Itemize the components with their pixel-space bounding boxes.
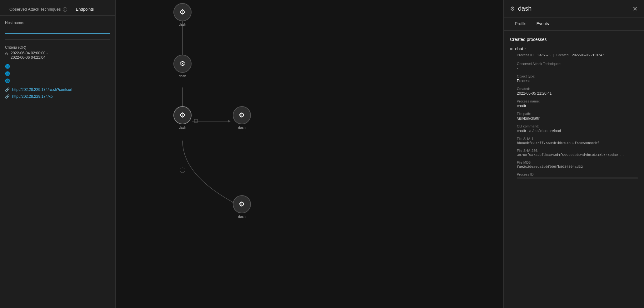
svg-rect-3: [194, 119, 197, 122]
tab-endpoints[interactable]: Endpoints: [72, 4, 98, 15]
detail-row-pid: Process ID:: [517, 172, 638, 179]
detail-key-objtype: Object type:: [517, 74, 638, 78]
detail-val-pid: [517, 177, 638, 179]
date-range-line2: 2022-06-06 04:21:04: [11, 55, 48, 60]
link-row-1[interactable]: 🔗 http://202.28.229.174/ro.sh?confcurl: [5, 87, 110, 92]
node-circle-1: ⚙: [173, 3, 192, 21]
detail-row-oat: Observed Attack Techniques: -: [517, 62, 638, 71]
detail-key-md5: File MD5:: [517, 161, 638, 164]
hostname-field: Host name:: [5, 21, 110, 34]
detail-row-created: Created: 2022-06-05 21:20:41: [517, 87, 638, 96]
node-circle-5: ⚙: [233, 195, 251, 213]
graph-svg: [116, 0, 503, 308]
detail-key-pid: Process ID:: [517, 172, 638, 176]
date-range-line1: 2022-06-04 02:00:00 -: [11, 51, 48, 55]
link-label-1: http://202.28.229.174/ro.sh?confcurl: [12, 87, 72, 92]
hostname-label: Host name:: [5, 21, 110, 25]
rp-title-row: ⚙ dash: [510, 5, 532, 12]
detail-val-filepath: /usr/bin/chattr: [517, 116, 638, 121]
process-entry: ■ chattr Process ID: 1375673 | Created: …: [510, 46, 638, 179]
tab-profile[interactable]: Profile: [510, 17, 532, 30]
svg-point-4: [180, 168, 185, 173]
node-circle-3: ⚙: [173, 106, 192, 124]
node-label-5: dash: [238, 215, 246, 218]
detail-val-oat: -: [517, 66, 638, 71]
process-id-value: 1375673: [537, 53, 551, 57]
created-value: 2022-06-05 21:20:47: [572, 53, 604, 57]
rp-body: Created processes ■ chattr Process ID: 1…: [504, 31, 644, 308]
info-icon: i: [63, 7, 67, 12]
graph-node-2[interactable]: ⚙ dash: [173, 55, 192, 78]
tab-observed-attack-techniques[interactable]: Observed Attack Techniques i: [5, 4, 72, 15]
rp-gear-icon: ⚙: [510, 5, 515, 12]
detail-key-created: Created:: [517, 87, 638, 91]
detail-val-cli: chattr -ia /etc/ld.so.preload: [517, 129, 638, 133]
link-icon-1: 🔗: [5, 87, 10, 92]
criteria-section: Criteria (OR) ⊙ 2022-06-04 02:00:00 - 20…: [5, 45, 110, 60]
sidebar-tab-row: Observed Attack Techniques i Endpoints: [5, 4, 110, 15]
sidebar-header: Observed Attack Techniques i Endpoints: [0, 0, 115, 16]
detail-row-sha1: File SHA-1: bbc06bf8346ff75694b1bb204e82…: [517, 137, 638, 145]
link-list: 🔗 http://202.28.229.174/ro.sh?confcurl 🔗…: [5, 87, 110, 99]
detail-key-oat: Observed Attack Techniques:: [517, 62, 638, 66]
rp-title: dash: [518, 5, 532, 12]
right-panel: ⚙ dash ✕ Profile Events Created processe…: [503, 0, 644, 308]
process-entry-icon: ■: [510, 46, 512, 51]
process-name-row: ■ chattr: [510, 46, 638, 51]
meta-sep: |: [553, 53, 554, 57]
tab-observed-label: Observed Attack Techniques: [9, 7, 61, 12]
link-label-2: http://202.28.229.174/ko: [12, 94, 52, 99]
detail-val-objtype: Process: [517, 79, 638, 83]
close-button[interactable]: ✕: [632, 6, 638, 12]
graph-node-3[interactable]: ⚙ dash: [173, 106, 192, 129]
detail-val-sha1: bbc06bf8346ff75694b1bb204e82f6ce598ec2bf: [517, 141, 638, 145]
link-row-2[interactable]: 🔗 http://202.28.229.174/ko: [5, 94, 110, 99]
globe-list: 🌐 🌐 🌐: [5, 64, 110, 83]
globe-icon-2: 🌐: [5, 71, 10, 76]
detail-val-sha256: 38768f0a732bfd8a943d4f099be3bb94d4be1d21…: [517, 153, 638, 157]
link-icon-2: 🔗: [5, 94, 10, 99]
sidebar-body: Host name: Criteria (OR) ⊙ 2022-06-04 02…: [0, 16, 115, 104]
tab-events[interactable]: Events: [532, 17, 554, 30]
sidebar: Observed Attack Techniques i Endpoints H…: [0, 0, 116, 308]
detail-val-md5: fae2c2deaeca3bbf906fb8034304ad32: [517, 165, 638, 169]
globe-row-3: 🌐: [5, 78, 110, 83]
tab-endpoints-label: Endpoints: [76, 7, 94, 12]
globe-row-1: 🌐: [5, 64, 110, 69]
created-processes-title: Created processes: [510, 37, 638, 42]
date-range: ⊙ 2022-06-04 02:00:00 - 2022-06-06 04:21…: [5, 51, 110, 60]
process-id-label: Process ID:: [517, 53, 535, 57]
created-label: Created:: [557, 53, 570, 57]
detail-row-procname: Process name: chattr: [517, 99, 638, 108]
detail-key-procname: Process name:: [517, 99, 638, 103]
node-label-4: dash: [238, 126, 246, 129]
detail-key-sha1: File SHA-1:: [517, 137, 638, 141]
globe-icon-1: 🌐: [5, 64, 10, 69]
graph-node-1[interactable]: ⚙ dash: [173, 3, 192, 26]
graph-area: ⚙ dash ⚙ dash ⚙ dash ⚙ dash ⚙ dash: [116, 0, 503, 308]
criteria-label: Criteria (OR): [5, 45, 110, 50]
node-circle-4: ⚙: [233, 106, 251, 124]
sidebar-divider-1: [5, 39, 110, 40]
date-range-text: 2022-06-04 02:00:00 - 2022-06-06 04:21:0…: [11, 51, 48, 60]
detail-val-created: 2022-06-05 21:20:41: [517, 91, 638, 96]
detail-key-filepath: File path:: [517, 112, 638, 116]
hostname-input[interactable]: [5, 26, 110, 34]
node-label-1: dash: [179, 22, 186, 26]
node-label-3: dash: [179, 126, 186, 129]
detail-row-md5: File MD5: fae2c2deaeca3bbf906fb8034304ad…: [517, 161, 638, 169]
detail-row-filepath: File path: /usr/bin/chattr: [517, 112, 638, 121]
globe-row-2: 🌐: [5, 71, 110, 76]
graph-node-5[interactable]: ⚙ dash: [233, 195, 251, 218]
detail-row-objtype: Object type: Process: [517, 74, 638, 83]
globe-icon-3: 🌐: [5, 78, 10, 83]
detail-row-sha256: File SHA-256: 38768f0a732bfd8a943d4f099b…: [517, 149, 638, 157]
rp-header: ⚙ dash ✕: [504, 0, 644, 17]
node-circle-2: ⚙: [173, 55, 192, 73]
rp-tabs: Profile Events: [504, 17, 644, 31]
detail-key-sha256: File SHA-256:: [517, 149, 638, 152]
process-name: chattr: [515, 46, 526, 51]
graph-node-4[interactable]: ⚙ dash: [233, 106, 251, 129]
node-label-2: dash: [179, 74, 186, 78]
detail-val-procname: chattr: [517, 104, 638, 108]
